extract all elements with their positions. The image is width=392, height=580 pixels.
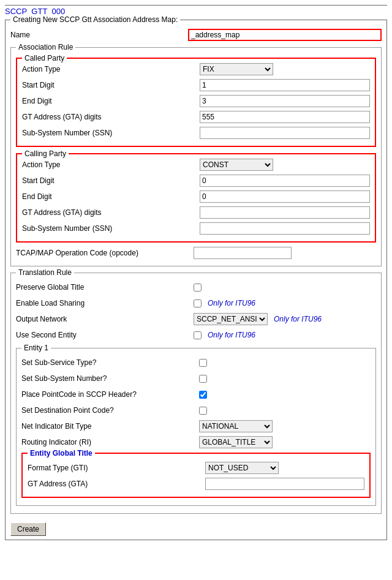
preserve-gt-label: Preserve Global Title [16,283,194,292]
name-row: Name [10,29,382,41]
called-action-type-row: Action Type FIX CONST CTRL [22,62,370,76]
use-second-entity-row: Use Second Entity Only for ITU96 [16,328,376,342]
create-button[interactable]: Create [10,522,46,536]
called-ssn-input[interactable] [200,127,370,139]
output-network-select[interactable]: SCCP_NET_ANSI [194,313,268,325]
entity-global-title-label: Entity Global Title [28,449,95,458]
calling-action-type-row: Action Type FIX CONST CTRL [22,158,370,171]
association-rule-section: Association Rule Called Party Action Typ… [10,47,382,266]
use-second-entity-itu-text: Only for ITU96 [208,331,255,339]
called-ssn-label: Sub-System Number (SSN) [22,129,200,137]
name-label: Name [10,31,188,39]
set-sub-service-row: Set Sub-Service Type? [21,356,371,369]
calling-party-title: Calling Party [22,149,69,158]
set-sub-service-checkbox[interactable] [199,359,207,367]
calling-ssn-label: Sub-System Number (SSN) [22,224,200,233]
place-pointcode-checkbox[interactable] [199,391,207,399]
enable-load-itu-text: Only for ITU96 [208,299,255,307]
calling-gt-address-row: GT Address (GTA) digits [22,206,370,219]
calling-end-digit-input[interactable] [200,190,370,203]
use-second-entity-checkbox[interactable] [194,331,202,339]
entity1-section: Entity 1 Set Sub-Service Type? Set Sub-S… [16,348,376,506]
set-dest-checkbox[interactable] [199,407,207,415]
set-sub-system-checkbox[interactable] [199,375,207,383]
routing-indicator-row: Routing Indicator (RI) GLOBAL_TITLE SSN [21,435,371,449]
format-type-select[interactable]: NOT_USED GTI_0000 GTI_0001 GTI_0010 GTI_… [205,462,279,474]
called-end-digit-input[interactable] [200,95,370,107]
called-start-digit-row: Start Digit [22,78,370,92]
translation-rule-title: Translation Rule [16,268,74,277]
preserve-gt-row: Preserve Global Title [16,281,376,294]
preserve-gt-checkbox[interactable] [194,284,202,292]
gt-address-label: GT Address (GTA) [28,480,205,488]
called-party-section: Called Party Action Type FIX CONST CTRL … [16,58,376,147]
calling-party-section: Calling Party Action Type FIX CONST CTRL… [16,153,376,243]
calling-action-type-label: Action Type [22,160,200,169]
net-indicator-label: Net Indicator Bit Type [21,422,199,431]
called-end-digit-row: End Digit [22,94,370,108]
called-party-title: Called Party [22,54,67,62]
use-second-entity-label: Use Second Entity [16,331,194,339]
output-network-label: Output Network [16,315,194,323]
calling-start-digit-row: Start Digit [22,174,370,187]
format-type-label: Format Type (GTI) [28,464,205,472]
calling-action-type-select[interactable]: FIX CONST CTRL [200,159,273,171]
routing-indicator-select[interactable]: GLOBAL_TITLE SSN [199,436,273,448]
entity1-title: Entity 1 [21,344,51,352]
called-gt-address-label: GT Address (GTA) digits [22,113,200,121]
called-action-type-select[interactable]: FIX CONST CTRL [200,63,273,75]
main-form-section: Creating New SCCP Gtt Association Addres… [5,20,387,540]
called-start-digit-input[interactable] [200,79,370,91]
calling-end-digit-label: End Digit [22,192,200,201]
output-network-controls: SCCP_NET_ANSI Only for ITU96 [194,313,322,325]
called-end-digit-label: End Digit [22,97,200,105]
calling-gt-address-label: GT Address (GTA) digits [22,208,200,217]
name-input[interactable] [188,29,382,41]
set-dest-row: Set Destination Point Code? [21,404,371,417]
gt-address-row: GT Address (GTA) [28,477,364,491]
calling-gt-address-input[interactable] [200,206,370,219]
entity-global-title-section: Entity Global Title Format Type (GTI) NO… [21,453,371,498]
set-sub-system-row: Set Sub-System Number? [21,372,371,385]
called-action-type-label: Action Type [22,65,200,73]
page-header: SCCP_GTT_000 [5,5,387,16]
calling-start-digit-label: Start Digit [22,176,200,185]
format-type-row: Format Type (GTI) NOT_USED GTI_0000 GTI_… [28,461,364,475]
use-second-entity-controls: Only for ITU96 [194,331,255,339]
calling-start-digit-input[interactable] [200,175,370,187]
form-section-title: Creating New SCCP Gtt Association Addres… [10,15,180,24]
called-start-digit-label: Start Digit [22,81,200,89]
routing-indicator-label: Routing Indicator (RI) [21,438,199,446]
calling-ssn-row: Sub-System Number (SSN) [22,222,370,235]
output-network-row: Output Network SCCP_NET_ANSI Only for IT… [16,312,376,326]
enable-load-checkbox[interactable] [194,299,202,307]
called-gt-address-row: GT Address (GTA) digits [22,110,370,124]
set-sub-system-label: Set Sub-System Number? [21,374,199,383]
set-sub-service-label: Set Sub-Service Type? [21,358,199,367]
net-indicator-row: Net Indicator Bit Type NATIONAL INTERNAT… [21,420,371,433]
tcap-row: TCAP/MAP Operation Code (opcode) [16,246,376,260]
tcap-input[interactable] [194,247,292,259]
translation-rule-section: Translation Rule Preserve Global Title E… [10,273,382,514]
called-gt-address-input[interactable] [200,111,370,123]
net-indicator-select[interactable]: NATIONAL INTERNATIONAL [199,420,273,432]
enable-load-row: Enable Load Sharing Only for ITU96 [16,296,376,310]
place-pointcode-row: Place PointCode in SCCP Header? [21,388,371,401]
gt-address-input[interactable] [205,478,364,490]
output-network-itu-text: Only for ITU96 [274,315,322,323]
called-ssn-row: Sub-System Number (SSN) [22,126,370,140]
header-title: SCCP_GTT_000 [5,7,65,16]
association-rule-title: Association Rule [16,43,75,51]
enable-load-label: Enable Load Sharing [16,299,194,307]
calling-ssn-input[interactable] [200,222,370,235]
tcap-label: TCAP/MAP Operation Code (opcode) [16,249,194,257]
place-pointcode-label: Place PointCode in SCCP Header? [21,390,199,399]
set-dest-label: Set Destination Point Code? [21,406,199,415]
enable-load-controls: Only for ITU96 [194,299,255,307]
calling-end-digit-row: End Digit [22,190,370,203]
